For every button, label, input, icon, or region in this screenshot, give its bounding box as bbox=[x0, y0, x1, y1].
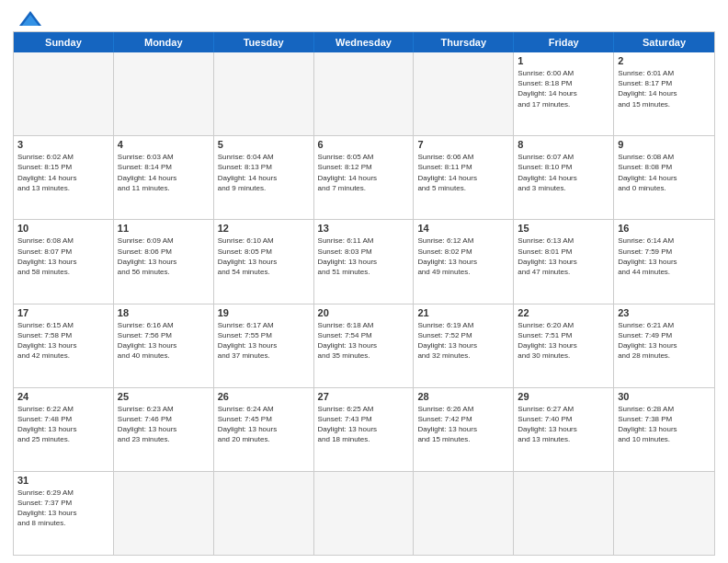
day-info: Sunrise: 6:14 AM Sunset: 7:59 PM Dayligh… bbox=[618, 236, 711, 277]
calendar-cell-empty bbox=[314, 472, 415, 555]
day-number: 23 bbox=[618, 307, 711, 318]
calendar-cell-6: 6Sunrise: 6:05 AM Sunset: 8:12 PM Daylig… bbox=[314, 136, 415, 219]
day-info: Sunrise: 6:09 AM Sunset: 8:06 PM Dayligh… bbox=[118, 236, 210, 277]
day-info: Sunrise: 6:07 AM Sunset: 8:10 PM Dayligh… bbox=[518, 152, 609, 193]
calendar-row-2: 10Sunrise: 6:08 AM Sunset: 8:07 PM Dayli… bbox=[14, 220, 714, 304]
day-info: Sunrise: 6:27 AM Sunset: 7:40 PM Dayligh… bbox=[518, 404, 609, 445]
day-number: 5 bbox=[218, 139, 310, 150]
calendar-cell-29: 29Sunrise: 6:27 AM Sunset: 7:40 PM Dayli… bbox=[514, 388, 614, 471]
day-number: 7 bbox=[417, 139, 509, 150]
day-number: 25 bbox=[118, 391, 210, 402]
calendar-page: SundayMondayTuesdayWednesdayThursdayFrid… bbox=[0, 0, 728, 563]
calendar-cell-10: 10Sunrise: 6:08 AM Sunset: 8:07 PM Dayli… bbox=[14, 220, 114, 303]
calendar-cell-empty bbox=[414, 52, 514, 135]
calendar-cell-31: 31Sunrise: 6:29 AM Sunset: 7:37 PM Dayli… bbox=[14, 472, 114, 555]
logo bbox=[13, 9, 43, 29]
day-info: Sunrise: 6:24 AM Sunset: 7:45 PM Dayligh… bbox=[218, 404, 310, 445]
calendar-cell-empty bbox=[214, 52, 314, 135]
day-info: Sunrise: 6:01 AM Sunset: 8:17 PM Dayligh… bbox=[618, 68, 711, 109]
calendar-cell-empty bbox=[614, 472, 714, 555]
calendar-cell-16: 16Sunrise: 6:14 AM Sunset: 7:59 PM Dayli… bbox=[614, 220, 714, 303]
day-number: 15 bbox=[518, 223, 609, 234]
day-info: Sunrise: 6:26 AM Sunset: 7:42 PM Dayligh… bbox=[417, 404, 509, 445]
weekday-header-monday: Monday bbox=[114, 32, 214, 52]
day-number: 16 bbox=[618, 223, 711, 234]
day-number: 26 bbox=[218, 391, 310, 402]
weekday-header-wednesday: Wednesday bbox=[314, 32, 415, 52]
day-info: Sunrise: 6:22 AM Sunset: 7:48 PM Dayligh… bbox=[17, 404, 109, 445]
day-info: Sunrise: 6:04 AM Sunset: 8:13 PM Dayligh… bbox=[218, 152, 310, 193]
day-info: Sunrise: 6:16 AM Sunset: 7:56 PM Dayligh… bbox=[118, 320, 210, 362]
weekday-header-tuesday: Tuesday bbox=[214, 32, 314, 52]
day-info: Sunrise: 6:08 AM Sunset: 8:08 PM Dayligh… bbox=[618, 152, 711, 193]
calendar-cell-17: 17Sunrise: 6:15 AM Sunset: 7:58 PM Dayli… bbox=[14, 304, 114, 387]
calendar-cell-empty bbox=[14, 52, 114, 135]
calendar-header: SundayMondayTuesdayWednesdayThursdayFrid… bbox=[14, 32, 714, 52]
weekday-header-saturday: Saturday bbox=[614, 32, 714, 52]
calendar-cell-25: 25Sunrise: 6:23 AM Sunset: 7:46 PM Dayli… bbox=[114, 388, 214, 471]
day-number: 12 bbox=[218, 223, 310, 234]
calendar-cell-7: 7Sunrise: 6:06 AM Sunset: 8:11 PM Daylig… bbox=[414, 136, 514, 219]
calendar-cell-empty bbox=[314, 52, 415, 135]
day-info: Sunrise: 6:18 AM Sunset: 7:54 PM Dayligh… bbox=[318, 320, 410, 362]
day-number: 31 bbox=[17, 475, 109, 486]
calendar-row-4: 24Sunrise: 6:22 AM Sunset: 7:48 PM Dayli… bbox=[14, 388, 714, 472]
calendar-cell-24: 24Sunrise: 6:22 AM Sunset: 7:48 PM Dayli… bbox=[14, 388, 114, 471]
calendar-cell-18: 18Sunrise: 6:16 AM Sunset: 7:56 PM Dayli… bbox=[114, 304, 214, 387]
day-number: 22 bbox=[518, 307, 609, 318]
calendar-cell-20: 20Sunrise: 6:18 AM Sunset: 7:54 PM Dayli… bbox=[314, 304, 415, 387]
calendar-cell-4: 4Sunrise: 6:03 AM Sunset: 8:14 PM Daylig… bbox=[114, 136, 214, 219]
calendar-cell-9: 9Sunrise: 6:08 AM Sunset: 8:08 PM Daylig… bbox=[614, 136, 714, 219]
day-info: Sunrise: 6:02 AM Sunset: 8:15 PM Dayligh… bbox=[17, 152, 109, 193]
day-info: Sunrise: 6:13 AM Sunset: 8:01 PM Dayligh… bbox=[518, 236, 609, 277]
calendar-cell-14: 14Sunrise: 6:12 AM Sunset: 8:02 PM Dayli… bbox=[414, 220, 514, 303]
calendar: SundayMondayTuesdayWednesdayThursdayFrid… bbox=[13, 31, 715, 556]
weekday-header-thursday: Thursday bbox=[414, 32, 514, 52]
day-number: 11 bbox=[118, 223, 210, 234]
day-info: Sunrise: 6:08 AM Sunset: 8:07 PM Dayligh… bbox=[17, 236, 109, 277]
day-info: Sunrise: 6:11 AM Sunset: 8:03 PM Dayligh… bbox=[318, 236, 410, 277]
day-number: 13 bbox=[318, 223, 410, 234]
calendar-cell-11: 11Sunrise: 6:09 AM Sunset: 8:06 PM Dayli… bbox=[114, 220, 214, 303]
day-number: 10 bbox=[17, 223, 109, 234]
day-number: 2 bbox=[618, 55, 711, 66]
logo-area bbox=[13, 9, 43, 26]
day-number: 24 bbox=[17, 391, 109, 402]
calendar-cell-26: 26Sunrise: 6:24 AM Sunset: 7:45 PM Dayli… bbox=[214, 388, 314, 471]
day-number: 20 bbox=[318, 307, 410, 318]
day-info: Sunrise: 6:20 AM Sunset: 7:51 PM Dayligh… bbox=[518, 320, 609, 362]
weekday-header-friday: Friday bbox=[514, 32, 614, 52]
day-number: 18 bbox=[118, 307, 210, 318]
calendar-cell-8: 8Sunrise: 6:07 AM Sunset: 8:10 PM Daylig… bbox=[514, 136, 614, 219]
calendar-cell-2: 2Sunrise: 6:01 AM Sunset: 8:17 PM Daylig… bbox=[614, 52, 714, 135]
calendar-row-3: 17Sunrise: 6:15 AM Sunset: 7:58 PM Dayli… bbox=[14, 304, 714, 388]
day-number: 28 bbox=[417, 391, 509, 402]
day-number: 4 bbox=[118, 139, 210, 150]
day-info: Sunrise: 6:19 AM Sunset: 7:52 PM Dayligh… bbox=[417, 320, 509, 362]
calendar-cell-30: 30Sunrise: 6:28 AM Sunset: 7:38 PM Dayli… bbox=[614, 388, 714, 471]
day-number: 19 bbox=[218, 307, 310, 318]
calendar-row-1: 3Sunrise: 6:02 AM Sunset: 8:15 PM Daylig… bbox=[14, 136, 714, 220]
logo-icon bbox=[17, 9, 43, 29]
calendar-body: 1Sunrise: 6:00 AM Sunset: 8:18 PM Daylig… bbox=[14, 52, 714, 555]
calendar-cell-22: 22Sunrise: 6:20 AM Sunset: 7:51 PM Dayli… bbox=[514, 304, 614, 387]
calendar-cell-1: 1Sunrise: 6:00 AM Sunset: 8:18 PM Daylig… bbox=[514, 52, 614, 135]
calendar-row-5: 31Sunrise: 6:29 AM Sunset: 7:37 PM Dayli… bbox=[14, 472, 714, 555]
calendar-cell-19: 19Sunrise: 6:17 AM Sunset: 7:55 PM Dayli… bbox=[214, 304, 314, 387]
day-info: Sunrise: 6:21 AM Sunset: 7:49 PM Dayligh… bbox=[618, 320, 711, 362]
day-info: Sunrise: 6:23 AM Sunset: 7:46 PM Dayligh… bbox=[118, 404, 210, 445]
day-info: Sunrise: 6:25 AM Sunset: 7:43 PM Dayligh… bbox=[318, 404, 410, 445]
calendar-cell-12: 12Sunrise: 6:10 AM Sunset: 8:05 PM Dayli… bbox=[214, 220, 314, 303]
calendar-cell-15: 15Sunrise: 6:13 AM Sunset: 8:01 PM Dayli… bbox=[514, 220, 614, 303]
calendar-cell-23: 23Sunrise: 6:21 AM Sunset: 7:49 PM Dayli… bbox=[614, 304, 714, 387]
calendar-cell-21: 21Sunrise: 6:19 AM Sunset: 7:52 PM Dayli… bbox=[414, 304, 514, 387]
calendar-cell-28: 28Sunrise: 6:26 AM Sunset: 7:42 PM Dayli… bbox=[414, 388, 514, 471]
calendar-cell-13: 13Sunrise: 6:11 AM Sunset: 8:03 PM Dayli… bbox=[314, 220, 415, 303]
day-number: 3 bbox=[17, 139, 109, 150]
weekday-header-sunday: Sunday bbox=[14, 32, 114, 52]
day-info: Sunrise: 6:17 AM Sunset: 7:55 PM Dayligh… bbox=[218, 320, 310, 362]
top-section bbox=[13, 9, 715, 26]
calendar-cell-5: 5Sunrise: 6:04 AM Sunset: 8:13 PM Daylig… bbox=[214, 136, 314, 219]
calendar-row-0: 1Sunrise: 6:00 AM Sunset: 8:18 PM Daylig… bbox=[14, 52, 714, 136]
day-number: 6 bbox=[318, 139, 410, 150]
